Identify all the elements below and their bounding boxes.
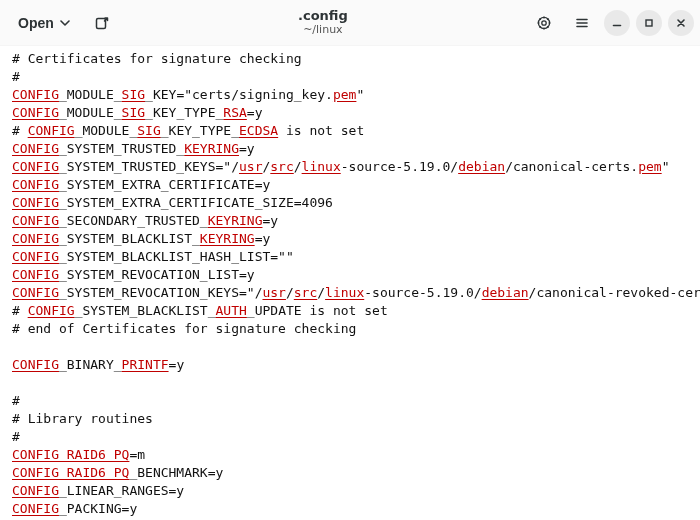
spellcheck-underline: KEYRING xyxy=(200,231,255,246)
code-text: =y xyxy=(169,357,185,372)
open-button-label: Open xyxy=(18,15,54,31)
code-text: " xyxy=(356,87,364,102)
code-text: _UPDATE is not set xyxy=(247,303,388,318)
code-text: _SYSTEM_REVOCATION_KEYS="/ xyxy=(59,285,263,300)
title-area: .config ~/linux xyxy=(298,9,348,37)
spellcheck-underline: CONFIG xyxy=(12,249,59,264)
spellcheck-underline: src xyxy=(294,285,317,300)
window-maximize-button[interactable] xyxy=(636,10,662,36)
code-content[interactable]: # Certificates for signature checking # … xyxy=(12,50,700,520)
code-text: # xyxy=(12,303,28,318)
spellcheck-underline: linux xyxy=(325,285,364,300)
code-text: _SYSTEM_BLACKLIST_ xyxy=(75,303,216,318)
spellcheck-underline: ECDSA xyxy=(239,123,278,138)
spellcheck-underline: CONFIG xyxy=(12,195,59,210)
spellcheck-underline: AUTH xyxy=(216,303,247,318)
spellcheck-underline: SIG xyxy=(137,123,160,138)
spellcheck-underline: CONFIG_RAID6_PQ xyxy=(12,447,129,462)
code-text: _SYSTEM_REVOCATION_LIST=y xyxy=(59,267,255,282)
code-text: =y xyxy=(247,105,263,120)
spellcheck-underline: debian xyxy=(458,159,505,174)
code-text: / xyxy=(317,285,325,300)
spellcheck-underline: CONFIG xyxy=(12,141,59,156)
code-text: _KEY_TYPE_ xyxy=(161,123,239,138)
window-minimize-button[interactable] xyxy=(604,10,630,36)
new-tab-icon xyxy=(94,15,110,31)
code-text: is not set xyxy=(278,123,364,138)
code-text: # xyxy=(12,123,28,138)
open-button[interactable]: Open xyxy=(8,7,80,39)
spellcheck-underline: RSA xyxy=(223,105,246,120)
spellcheck-underline: usr xyxy=(262,285,285,300)
code-text: =m xyxy=(129,447,145,462)
spellcheck-underline: src xyxy=(270,159,293,174)
spellcheck-underline: CONFIG xyxy=(12,483,59,498)
code-text: _BENCHMARK=y xyxy=(129,465,223,480)
spellcheck-underline: KEYRING xyxy=(208,213,263,228)
code-text: _SYSTEM_BLACKLIST_ xyxy=(59,231,200,246)
spellcheck-underline: CONFIG xyxy=(12,285,59,300)
code-text: _MODULE_ xyxy=(75,123,138,138)
code-text: _BINARY_ xyxy=(59,357,122,372)
svg-rect-3 xyxy=(646,20,652,26)
code-text: -source-5.19.0/ xyxy=(341,159,458,174)
spellcheck-underline: CONFIG_RAID6_PQ xyxy=(12,465,129,480)
close-icon xyxy=(675,17,687,29)
svg-point-1 xyxy=(542,20,546,24)
code-text: =y xyxy=(262,213,278,228)
spellcheck-underline: PRINTF xyxy=(122,357,169,372)
code-text: / xyxy=(294,159,302,174)
code-text: # xyxy=(12,69,20,84)
code-text: =y xyxy=(255,231,271,246)
code-text: _KEY="certs/signing_key. xyxy=(145,87,333,102)
chevron-down-icon xyxy=(60,18,70,28)
code-text: # Certificates for signature checking xyxy=(12,51,302,66)
minimize-icon xyxy=(611,17,623,29)
spellcheck-underline: usr xyxy=(239,159,262,174)
code-text: _SYSTEM_BLACKLIST_HASH_LIST="" xyxy=(59,249,294,264)
settings-button[interactable] xyxy=(528,7,560,39)
spellcheck-underline: CONFIG xyxy=(28,303,75,318)
code-text: # end of Certificates for signature chec… xyxy=(12,321,356,336)
spellcheck-underline: CONFIG xyxy=(12,159,59,174)
spellcheck-underline: debian xyxy=(482,285,529,300)
new-tab-button[interactable] xyxy=(86,7,118,39)
hamburger-menu-button[interactable] xyxy=(566,7,598,39)
spellcheck-underline: pem xyxy=(638,159,661,174)
svg-rect-0 xyxy=(96,18,105,28)
hamburger-icon xyxy=(574,15,590,31)
code-text: / xyxy=(286,285,294,300)
editor-viewport[interactable]: # Certificates for signature checking # … xyxy=(0,46,700,520)
code-text: _MODULE_ xyxy=(59,105,122,120)
code-text: /canonical-certs. xyxy=(505,159,638,174)
document-subtitle: ~/linux xyxy=(298,24,348,37)
code-text: =y xyxy=(239,141,255,156)
code-text: _PACKING=y xyxy=(59,501,137,516)
spellcheck-underline: CONFIG xyxy=(12,87,59,102)
code-text: _SECONDARY_TRUSTED_ xyxy=(59,213,208,228)
code-text: _SYSTEM_TRUSTED_KEYS="/ xyxy=(59,159,239,174)
spellcheck-underline: KEYRING xyxy=(184,141,239,156)
spellcheck-underline: CONFIG xyxy=(12,501,59,516)
code-text: -source-5.19.0/ xyxy=(364,285,481,300)
code-text: _SYSTEM_EXTRA_CERTIFICATE=y xyxy=(59,177,270,192)
code-text: _LINEAR_RANGES=y xyxy=(59,483,184,498)
window-close-button[interactable] xyxy=(668,10,694,36)
document-title: .config xyxy=(298,9,348,24)
spellcheck-underline: CONFIG xyxy=(12,267,59,282)
spellcheck-underline: CONFIG xyxy=(28,123,75,138)
spellcheck-underline: SIG xyxy=(122,87,145,102)
spellcheck-underline: CONFIG xyxy=(12,177,59,192)
maximize-icon xyxy=(643,17,655,29)
spellcheck-underline: CONFIG xyxy=(12,105,59,120)
spellcheck-underline: CONFIG xyxy=(12,231,59,246)
spellcheck-underline: CONFIG xyxy=(12,357,59,372)
code-text: # xyxy=(12,429,20,444)
spellcheck-underline: linux xyxy=(302,159,341,174)
gear-icon xyxy=(536,15,552,31)
code-text: " xyxy=(662,159,670,174)
spellcheck-underline: CONFIG xyxy=(12,213,59,228)
code-text: _KEY_TYPE_ xyxy=(145,105,223,120)
code-text: /canonical-revoked-certs. xyxy=(529,285,700,300)
code-text: _MODULE_ xyxy=(59,87,122,102)
